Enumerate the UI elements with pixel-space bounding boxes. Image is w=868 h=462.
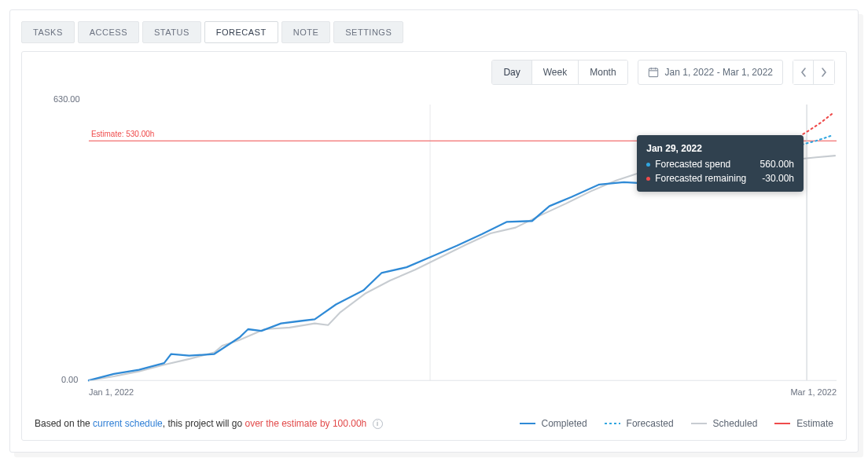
tab-forecast[interactable]: FORECAST [204,21,278,43]
y-tick-top: 630.00 [53,94,80,104]
chevron-right-icon [821,68,827,77]
tab-settings[interactable]: SETTINGS [333,21,403,43]
granularity-day[interactable]: Day [492,60,531,84]
chevron-left-icon [800,68,807,77]
granularity-week[interactable]: Week [532,60,579,84]
forecast-chart: 630.00 0.00 Estimate: 530.00h [53,90,838,404]
current-schedule-link[interactable]: current schedule [93,418,163,429]
swatch-icon [774,423,790,424]
tab-tasks[interactable]: TASKS [21,21,75,43]
forecast-card: TASKS ACCESS STATUS FORECAST NOTE SETTIN… [9,9,859,453]
granularity-group: Day Week Month [491,60,627,85]
series-scheduled [89,156,835,380]
estimate-label: Estimate: 530.00h [91,130,155,138]
chart-panel: Day Week Month Jan 1, 2022 - Mar 1, 2022 [21,51,847,441]
calendar-icon [648,67,659,78]
swatch-icon [605,423,620,424]
tab-note[interactable]: NOTE [281,21,331,43]
tab-status[interactable]: STATUS [142,21,201,43]
date-range-text: Jan 1, 2022 - Mar 1, 2022 [665,67,773,78]
chart-area[interactable]: 630.00 0.00 Estimate: 530.00h [22,90,846,409]
prev-range-button[interactable] [793,60,814,84]
x-tick-start: Jan 1, 2022 [89,387,134,397]
legend: Completed Forecasted Scheduled Estimate [520,418,833,429]
svg-rect-0 [649,68,657,77]
tabs-bar: TASKS ACCESS STATUS FORECAST NOTE SETTIN… [10,10,858,51]
swatch-icon [691,423,707,424]
over-estimate-text: over the estimate by 100.00h [245,418,367,429]
summary-text: Based on the current schedule, this proj… [35,418,383,429]
y-tick-bot: 0.00 [61,375,78,384]
panel-toolbar: Day Week Month Jan 1, 2022 - Mar 1, 2022 [22,52,846,90]
granularity-month[interactable]: Month [579,60,627,84]
legend-forecasted: Forecasted [605,418,674,429]
tab-access[interactable]: ACCESS [78,21,139,43]
swatch-icon [520,423,535,424]
series-completed [89,170,706,380]
x-tick-end: Mar 1, 2022 [790,387,837,397]
date-nav [793,60,835,85]
panel-footer: Based on the current schedule, this proj… [22,409,846,440]
series-forecast-over [795,112,833,139]
legend-scheduled: Scheduled [691,418,758,429]
info-icon[interactable]: i [373,419,383,429]
next-range-button[interactable] [814,60,834,84]
date-range-picker[interactable]: Jan 1, 2022 - Mar 1, 2022 [638,60,783,85]
legend-completed: Completed [520,418,587,429]
legend-estimate: Estimate [774,418,833,429]
